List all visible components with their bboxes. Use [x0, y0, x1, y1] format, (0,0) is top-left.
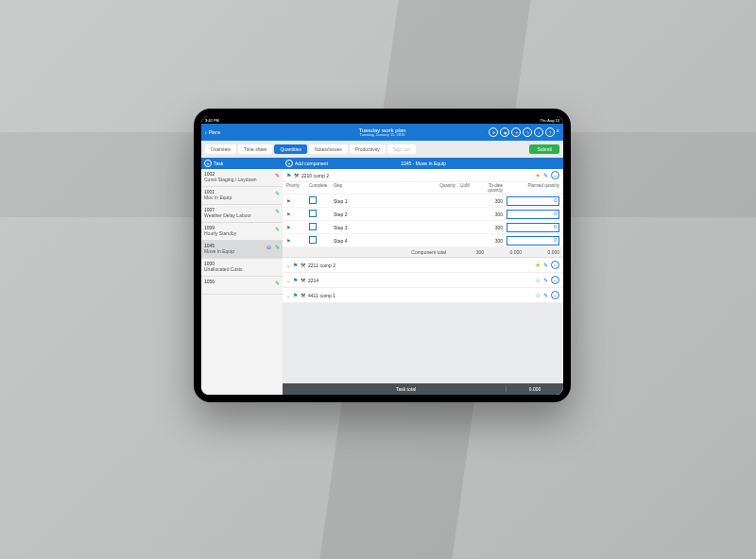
step-name: Step 2 [334, 212, 429, 217]
edit-icon[interactable]: ✎ [523, 127, 532, 137]
pencil-icon: ✎ [275, 190, 280, 196]
chevron-left-icon: ‹ [205, 129, 207, 135]
hammer-icon[interactable]: ⚒ [301, 292, 305, 298]
task-item[interactable]: 1007Weather Delay Labour✎ [201, 205, 283, 223]
help-icon[interactable]: ? [545, 127, 555, 137]
background-scene: 3:40 PM Thu Aug 10 ‹ Plans Tuesday work … [0, 0, 756, 559]
priority-flag-icon[interactable]: ⚑ [286, 212, 309, 217]
star-icon[interactable]: ★ [535, 262, 541, 269]
collapse-icon[interactable]: − [551, 276, 559, 284]
chevron-down-icon: ⌄ [286, 293, 290, 298]
main-header: + Add component 1045 - Move In Equip [283, 158, 563, 169]
comment-icon[interactable]: ✎ [543, 262, 548, 268]
flag-icon[interactable]: ⚑ [293, 292, 298, 298]
add-component-label: Add component [295, 161, 328, 166]
component-name: 4411 comp 1 [308, 293, 532, 298]
star-icon[interactable]: ☆ [535, 292, 541, 299]
task-sidebar: + Task 1002Const Staging / Laydown✎1001M… [201, 158, 283, 395]
task-list: 1002Const Staging / Laydown✎1001Mov In E… [201, 169, 283, 295]
comp-total-pq: 0.000 [522, 249, 559, 255]
comp-total-label: Component total [286, 249, 446, 255]
tab-notes[interactable]: Notes/Issues [309, 144, 348, 154]
content-area: + Task 1002Const Staging / Laydown✎1001M… [201, 158, 563, 395]
task-item[interactable]: 1045Move In Equip✎⊖ [201, 241, 283, 259]
hammer-icon[interactable]: ⚒ [301, 262, 305, 268]
complete-checkbox[interactable] [309, 236, 334, 245]
col-complete: Complete [309, 183, 334, 193]
submit-button[interactable]: Submit [529, 144, 559, 154]
priority-flag-icon[interactable]: ⚑ [286, 238, 309, 244]
star-icon[interactable]: ★ [535, 172, 541, 179]
step-row: ⚑Step 13000 [283, 195, 563, 208]
hammer-icon[interactable]: ⚒ [294, 172, 299, 178]
step-planned: 0 [503, 196, 559, 206]
flag-icon[interactable]: ⚑ [293, 262, 298, 268]
task-name: Mov In Equip [204, 195, 280, 200]
sidebar-header-label: Task [214, 161, 223, 166]
task-item[interactable]: 1002Const Staging / Laydown✎ [201, 169, 283, 187]
users-icon[interactable]: ⚭ [511, 127, 521, 137]
comp-total-qty: 300 [446, 249, 484, 255]
collapse-icon[interactable]: − [551, 171, 559, 179]
component-name: 2214 [308, 278, 532, 283]
priority-flag-icon[interactable]: ⚑ [286, 225, 309, 230]
tab-timesheet[interactable]: Time sheet [238, 144, 273, 154]
collapsed-component-row[interactable]: ⌄⚑⚒2214☆✎− [283, 273, 563, 288]
menu-icon[interactable]: ≡ [557, 127, 559, 137]
flag-icon[interactable]: ⚑ [293, 277, 298, 283]
task-name: Const Staging / Laydown [204, 177, 280, 182]
tab-quantities[interactable]: Quantities [274, 144, 307, 154]
task-item[interactable]: 1056✎ [201, 277, 283, 295]
collapse-icon[interactable]: − [551, 291, 559, 299]
step-row: ⚑Step 23000 [283, 208, 563, 221]
step-planned: 0 [503, 236, 559, 246]
step-row: ⚑Step 33000 [283, 221, 563, 234]
info-icon[interactable]: i [534, 127, 543, 137]
add-task-icon[interactable]: + [204, 160, 212, 167]
complete-checkbox[interactable] [309, 223, 334, 231]
hammer-icon[interactable]: ⚒ [301, 277, 305, 283]
task-name: Weather Delay Labour [204, 212, 280, 218]
collapsed-component-row[interactable]: ⌄⚑⚒4411 comp 1☆✎− [283, 288, 563, 303]
task-item[interactable]: 1000Unallocated Costs [201, 259, 283, 277]
toolbar-icons: ⟳ ◉ ⚭ ✎ i ? ≡ [489, 127, 559, 137]
planned-qty-input[interactable]: 0 [507, 210, 559, 219]
step-todate: 300 [474, 238, 503, 244]
comment-icon[interactable]: ✎ [543, 292, 548, 298]
title-center: Tuesday work plan Tuesday, January 15, 2… [358, 127, 405, 138]
tab-signout[interactable]: Sign out [387, 144, 416, 154]
refresh-icon[interactable]: ⟳ [489, 127, 498, 137]
tablet-device: 3:40 PM Thu Aug 10 ‹ Plans Tuesday work … [194, 109, 571, 402]
sidebar-header: + Task [201, 158, 283, 169]
pencil-icon: ✎ [275, 244, 280, 250]
collapse-icon[interactable]: − [551, 261, 559, 269]
task-total-val2: 0.000 [506, 386, 563, 392]
task-item[interactable]: 1001Mov In Equip✎ [201, 187, 283, 205]
component-total-row: Component total 300 0.000 0.000 [283, 247, 563, 257]
active-component-card: ⚑ ⚒ 2210 comp 2 ★ ✎ − Priority Complete … [283, 169, 563, 258]
task-item[interactable]: 1009Hourly Standby✎ [201, 223, 283, 241]
step-name: Step 3 [334, 225, 429, 230]
priority-flag-icon[interactable]: ⚑ [286, 198, 309, 204]
complete-checkbox[interactable] [309, 196, 334, 205]
minus-circle-icon[interactable]: ⊖ [266, 244, 271, 250]
component-name: 2211 comp 2 [308, 263, 532, 268]
back-button[interactable]: ‹ Plans [205, 129, 220, 135]
col-quantity: Quantity [429, 183, 455, 193]
add-component-button[interactable]: + Add component [283, 160, 331, 167]
complete-checkbox[interactable] [309, 210, 334, 218]
collapsed-component-row[interactable]: ⌄⚑⚒2211 comp 2★✎− [283, 258, 563, 273]
component-name: 2210 comp 2 [301, 173, 532, 178]
planned-qty-input[interactable]: 0 [507, 223, 559, 232]
other-components: ⌄⚑⚒2211 comp 2★✎−⌄⚑⚒2214☆✎−⌄⚑⚒4411 comp … [283, 258, 563, 303]
planned-qty-input[interactable]: 0 [507, 196, 559, 206]
tab-overview[interactable]: Overview [205, 144, 236, 154]
star-icon[interactable]: ☆ [535, 277, 541, 284]
sync-icon[interactable]: ◉ [500, 127, 509, 137]
comment-icon[interactable]: ✎ [543, 277, 548, 283]
planned-qty-input[interactable]: 0 [507, 236, 559, 246]
flag-icon[interactable]: ⚑ [286, 172, 291, 178]
tab-productivity[interactable]: Productivity [350, 144, 386, 154]
comment-icon[interactable]: ✎ [543, 172, 548, 178]
page-subtitle: Tuesday, January 15, 2019 [358, 133, 405, 137]
